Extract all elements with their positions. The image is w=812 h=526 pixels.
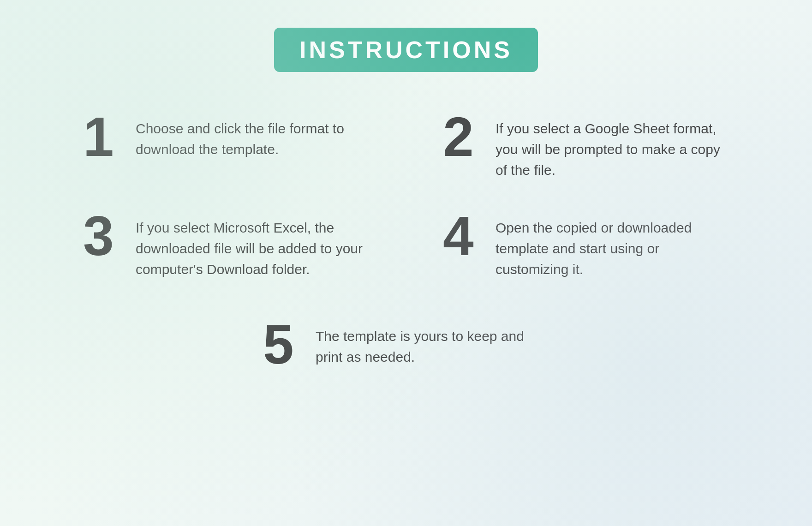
step-1-text: Choose and click the file format to down…: [136, 109, 369, 160]
step-4-text: Open the copied or downloaded template a…: [496, 208, 729, 280]
step-1-number: 1: [83, 109, 125, 164]
step-2-number: 2: [443, 109, 484, 164]
steps-container: 1 Choose and click the file format to do…: [83, 109, 729, 372]
step-5-number: 5: [263, 317, 304, 372]
step-2: 2 If you select a Google Sheet format, y…: [443, 109, 729, 180]
step-4: 4 Open the copied or downloaded template…: [443, 208, 729, 280]
step-3: 3 If you select Microsoft Excel, the dow…: [83, 208, 369, 280]
steps-row-3: 5 The template is yours to keep and prin…: [83, 317, 729, 372]
page: INSTRUCTIONS 1 Choose and click the file…: [0, 0, 812, 526]
steps-row-2: 3 If you select Microsoft Excel, the dow…: [83, 208, 729, 280]
page-title: INSTRUCTIONS: [299, 36, 513, 64]
step-2-text: If you select a Google Sheet format, you…: [496, 109, 729, 180]
steps-row-1: 1 Choose and click the file format to do…: [83, 109, 729, 180]
step-1: 1 Choose and click the file format to do…: [83, 109, 369, 180]
step-3-number: 3: [83, 208, 125, 263]
step-5-text: The template is yours to keep and print …: [316, 317, 549, 367]
step-5: 5 The template is yours to keep and prin…: [263, 317, 549, 372]
title-badge: INSTRUCTIONS: [274, 28, 538, 72]
step-4-number: 4: [443, 208, 484, 263]
step-3-text: If you select Microsoft Excel, the downl…: [136, 208, 369, 280]
